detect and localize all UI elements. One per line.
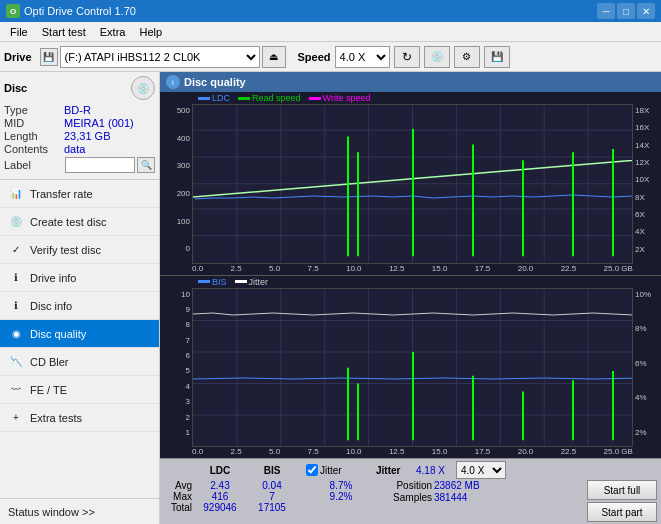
avg-label: Avg	[164, 480, 194, 491]
chart1-svg	[193, 105, 632, 263]
status-window-button[interactable]: Status window >>	[0, 498, 159, 524]
x1-17.5: 17.5	[475, 264, 491, 275]
speed-val: 4.18 X	[416, 465, 456, 476]
y1-100: 100	[177, 217, 190, 226]
chart1-y-left: 500 400 300 200 100 0	[160, 104, 192, 264]
speed-select[interactable]: 4.0 X	[335, 46, 390, 68]
disc-label-row: Label 🔍	[4, 157, 155, 173]
nav-extra-tests[interactable]: + Extra tests	[0, 404, 159, 432]
start-part-button[interactable]: Start part	[587, 502, 657, 522]
read-speed-legend-label: Read speed	[252, 93, 301, 103]
menu-bar: File Start test Extra Help	[0, 22, 661, 42]
settings-button[interactable]: ⚙	[454, 46, 480, 68]
chart2-inner	[192, 288, 633, 448]
position-label: Position	[380, 480, 432, 491]
y1r-10x: 10X	[635, 175, 649, 184]
close-button[interactable]: ✕	[637, 3, 655, 19]
nav-fe-te[interactable]: 〰 FE / TE	[0, 376, 159, 404]
nav-create-test-disc[interactable]: 💿 Create test disc	[0, 208, 159, 236]
stats-right: Position 23862 MB Samples 381444	[380, 480, 494, 503]
disc-length-label: Length	[4, 130, 64, 142]
x2-7.5: 7.5	[307, 447, 318, 458]
nav-transfer-rate-label: Transfer rate	[30, 188, 93, 200]
drive-info-icon: ℹ	[8, 270, 24, 286]
x1-25: 25.0 GB	[604, 264, 633, 275]
create-disc-icon: 💿	[8, 214, 24, 230]
total-ldc: 929046	[194, 502, 246, 513]
drive-select[interactable]: (F:) ATAPI iHBS112 2 CL0K	[60, 46, 260, 68]
eject-button[interactable]: ⏏	[262, 46, 286, 68]
menu-start-test[interactable]: Start test	[36, 24, 92, 40]
nav-disc-quality-label: Disc quality	[30, 328, 86, 340]
speed-col-select[interactable]: 4.0 X	[456, 461, 506, 479]
ldc-legend: LDC	[198, 93, 230, 103]
nav-disc-quality[interactable]: ◉ Disc quality	[0, 320, 159, 348]
chart1-inner	[192, 104, 633, 264]
charts-container: LDC Read speed Write speed 500	[160, 92, 661, 458]
position-val: 23862 MB	[434, 480, 494, 491]
chart2-y-right: 10% 8% 6% 4% 2%	[633, 288, 661, 448]
verify-disc-icon: ✓	[8, 242, 24, 258]
y2r-10pct: 10%	[635, 290, 651, 299]
samples-label: Samples	[380, 492, 432, 503]
chart2-area: BIS Jitter 10 9 8 7 6	[160, 276, 661, 459]
y1r-4x: 4X	[635, 227, 645, 236]
samples-row: Samples 381444	[380, 492, 494, 503]
y2r-2pct: 2%	[635, 428, 647, 437]
disc-length-row: Length 23,31 GB	[4, 130, 155, 142]
read-speed-legend: Read speed	[238, 93, 301, 103]
stats-max-row: Max 416 7 9.2%	[164, 491, 376, 502]
maximize-button[interactable]: □	[617, 3, 635, 19]
nav-disc-info[interactable]: ℹ Disc info	[0, 292, 159, 320]
nav-disc-info-label: Disc info	[30, 300, 72, 312]
status-window-label: Status window >>	[8, 506, 95, 518]
x1-2.5: 2.5	[230, 264, 241, 275]
bis-header: BIS	[246, 465, 298, 476]
x1-10: 10.0	[346, 264, 362, 275]
max-label: Max	[164, 491, 194, 502]
speed-label: Speed	[298, 51, 331, 63]
x1-20: 20.0	[518, 264, 534, 275]
y1r-2x: 2X	[635, 245, 645, 254]
jitter-check-container: Jitter	[306, 464, 376, 476]
title-bar: O Opti Drive Control 1.70 ─ □ ✕	[0, 0, 661, 22]
menu-help[interactable]: Help	[133, 24, 168, 40]
menu-file[interactable]: File	[4, 24, 34, 40]
label-browse-button[interactable]: 🔍	[137, 157, 155, 173]
y1r-12x: 12X	[635, 158, 649, 167]
nav-cd-bler[interactable]: 📉 CD Bler	[0, 348, 159, 376]
nav-extra-tests-label: Extra tests	[30, 412, 82, 424]
y2-5: 5	[186, 366, 190, 375]
y1r-16x: 16X	[635, 123, 649, 132]
max-jitter: 9.2%	[306, 491, 376, 502]
disc-type-value: BD-R	[64, 104, 91, 116]
x2-12.5: 12.5	[389, 447, 405, 458]
main-area: Disc 💿 Type BD-R MID MEIRA1 (001) Length…	[0, 72, 661, 524]
jitter-checkbox[interactable]	[306, 464, 318, 476]
chart2-legend: BIS Jitter	[160, 276, 661, 288]
drive-icon: 💾	[40, 48, 58, 66]
spacer	[298, 480, 306, 491]
write-speed-legend: Write speed	[309, 93, 371, 103]
write-speed-legend-label: Write speed	[323, 93, 371, 103]
y1-300: 300	[177, 161, 190, 170]
refresh-button[interactable]: ↻	[394, 46, 420, 68]
menu-extra[interactable]: Extra	[94, 24, 132, 40]
minimize-button[interactable]: ─	[597, 3, 615, 19]
disc-button[interactable]: 💿	[424, 46, 450, 68]
disc-label-input[interactable]	[65, 157, 135, 173]
bis-legend-color	[198, 280, 210, 283]
nav-transfer-rate[interactable]: 📊 Transfer rate	[0, 180, 159, 208]
y2-6: 6	[186, 351, 190, 360]
nav-verify-test-disc[interactable]: ✓ Verify test disc	[0, 236, 159, 264]
disc-quality-icon: ◉	[8, 326, 24, 342]
start-full-button[interactable]: Start full	[587, 480, 657, 500]
speed-col-label: Jitter	[376, 465, 416, 476]
disc-mid-row: MID MEIRA1 (001)	[4, 117, 155, 129]
chart2-svg	[193, 289, 632, 447]
chart2-y-left: 10 9 8 7 6 5 4 3 2 1	[160, 288, 192, 448]
save-button[interactable]: 💾	[484, 46, 510, 68]
nav-drive-info[interactable]: ℹ Drive info	[0, 264, 159, 292]
stats-total-row: Total 929046 17105	[164, 502, 376, 513]
avg-ldc: 2.43	[194, 480, 246, 491]
